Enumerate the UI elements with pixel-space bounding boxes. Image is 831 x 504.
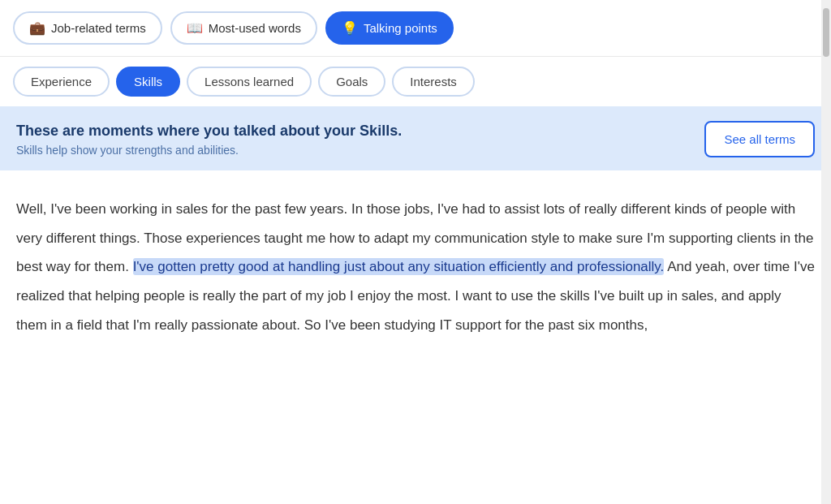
transcript-highlight: I've gotten pretty good at handling just… xyxy=(133,258,665,275)
top-bar: 💼 Job-related terms 📖 Most-used words 💡 … xyxy=(0,0,831,57)
tab-skills-label: Skills xyxy=(134,75,162,88)
job-related-button[interactable]: 💼 Job-related terms xyxy=(13,11,162,45)
book-icon: 📖 xyxy=(187,20,203,36)
see-all-button[interactable]: See all terms xyxy=(704,121,815,157)
tab-goals[interactable]: Goals xyxy=(318,67,385,97)
briefcase-icon: 💼 xyxy=(29,20,45,36)
tab-skills[interactable]: Skills xyxy=(116,67,180,97)
tab-interests-label: Interests xyxy=(410,75,457,88)
tabs-bar: Experience Skills Lessons learned Goals … xyxy=(0,57,831,106)
tab-interests[interactable]: Interests xyxy=(392,67,475,97)
tab-lessons-label: Lessons learned xyxy=(205,75,294,88)
lightbulb-icon: 💡 xyxy=(342,20,358,36)
talking-points-button[interactable]: 💡 Talking points xyxy=(325,11,454,45)
most-used-label: Most-used words xyxy=(209,21,301,35)
page-wrapper: 💼 Job-related terms 📖 Most-used words 💡 … xyxy=(0,0,831,504)
banner-heading: These are moments where you talked about… xyxy=(16,123,402,140)
content-area: Well, I've been working in sales for the… xyxy=(0,170,831,355)
scrollbar-thumb[interactable] xyxy=(823,8,829,57)
talking-points-label: Talking points xyxy=(364,21,437,35)
tab-lessons[interactable]: Lessons learned xyxy=(187,67,312,97)
tab-experience[interactable]: Experience xyxy=(13,67,110,97)
tab-experience-label: Experience xyxy=(31,75,92,88)
job-related-label: Job-related terms xyxy=(51,21,146,35)
scrollbar[interactable] xyxy=(821,0,831,504)
banner-subtext: Skills help show your strengths and abil… xyxy=(16,144,402,157)
most-used-button[interactable]: 📖 Most-used words xyxy=(170,11,317,45)
info-banner: These are moments where you talked about… xyxy=(0,106,831,170)
transcript-text: Well, I've been working in sales for the… xyxy=(16,195,815,339)
banner-text: These are moments where you talked about… xyxy=(16,123,402,157)
tab-goals-label: Goals xyxy=(336,75,368,88)
